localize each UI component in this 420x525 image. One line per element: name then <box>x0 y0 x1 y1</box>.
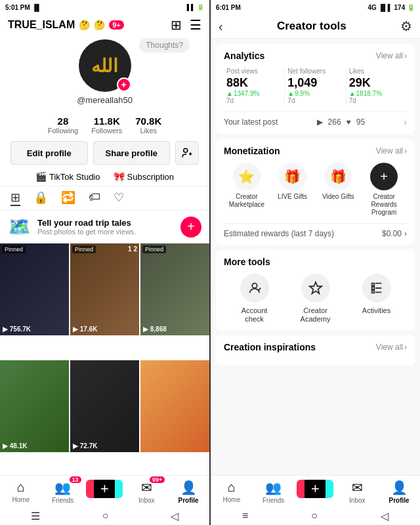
sys-home[interactable]: ○ <box>102 510 109 522</box>
estimated-rewards[interactable]: Estimated rewards (last 7 days) $0.00 › <box>224 223 407 238</box>
grid-tab[interactable]: ⊞ <box>10 190 20 206</box>
video-thumb-3[interactable]: Pinned ▶ 8,868 <box>140 243 209 335</box>
account-check-tool[interactable]: Accountcheck <box>224 274 285 324</box>
right-add-button[interactable]: + <box>301 480 329 498</box>
nav-profile[interactable]: 👤 Profile <box>167 480 209 504</box>
right-sys-home[interactable]: ○ <box>311 510 318 522</box>
analytics-view-all[interactable]: View all › <box>376 51 407 60</box>
studio-row: 🎬 TikTok Studio 🎀 Subscription <box>0 169 209 186</box>
right-inbox-icon: ✉ <box>352 480 363 495</box>
latest-post[interactable]: Your latest post ▶ 266 ♥ 95 › <box>224 111 407 127</box>
right-sys-back[interactable]: ◁ <box>381 510 388 522</box>
nav-inbox[interactable]: ✉ Inbox 99+ <box>125 480 167 504</box>
monetization-view-all[interactable]: View all › <box>376 146 407 156</box>
video-thumb-4[interactable]: ▶ 48.1K <box>0 360 69 452</box>
add-post-button[interactable]: + <box>90 480 119 498</box>
likes-stat[interactable]: 70.8K Likes <box>135 116 161 135</box>
live-gifts-icon: 🎁 <box>279 163 306 190</box>
add-friend-button[interactable] <box>175 141 199 165</box>
reward-amount: $0.00 › <box>382 229 407 238</box>
edit-profile-button[interactable]: Edit profile <box>10 141 88 165</box>
subscription-link[interactable]: 🎀 Subscription <box>114 171 175 182</box>
left-status-bar: 5:01 PM ▐▌ ▌▌ 🔋 <box>0 0 209 14</box>
monetization-header: Monetization View all › <box>224 146 407 156</box>
right-sys-menu[interactable]: ≡ <box>242 510 248 522</box>
settings-icon[interactable]: ⚙ <box>400 18 412 34</box>
lock-tab[interactable]: 🔒 <box>33 190 48 206</box>
creator-academy-icon <box>301 274 330 303</box>
followers-label: Followers <box>91 127 122 135</box>
following-stat[interactable]: 28 Following <box>48 116 78 135</box>
avatar-plus-button[interactable]: + <box>117 77 131 92</box>
action-buttons: Edit profile Share profile <box>0 137 209 169</box>
account-check-label: Accountcheck <box>242 306 268 324</box>
sys-back[interactable]: ◁ <box>171 510 178 522</box>
video-thumb-6[interactable] <box>140 360 209 452</box>
more-tools-section: More tools Accountcheck CreatorAca <box>216 250 415 330</box>
right-friends-label: Friends <box>262 497 284 504</box>
analytics-header: Analytics View all › <box>224 51 407 61</box>
video-gifts-label: Video Gifts <box>322 193 354 201</box>
right-inbox-label: Inbox <box>349 497 365 504</box>
video-thumb-2[interactable]: Pinned 1 2 ▶ 17.6K <box>70 243 139 335</box>
video-count-3: ▶ 8,868 <box>143 326 167 333</box>
creator-marketplace-item[interactable]: ⭐ CreatorMarketplace <box>224 163 270 217</box>
creation-title: Creation inspirations <box>224 342 316 352</box>
play-count: 266 <box>328 117 341 127</box>
sys-menu[interactable]: ☰ <box>31 510 40 522</box>
share-profile-button[interactable]: Share profile <box>93 141 171 165</box>
suggestion-close[interactable]: + <box>180 217 201 238</box>
tiktok-studio-link[interactable]: 🎬 TikTok Studio <box>35 171 100 182</box>
right-nav-add[interactable]: + <box>295 480 337 504</box>
following-count: 28 <box>48 116 78 127</box>
thoughts-bubble[interactable]: Thoughts? <box>139 38 190 52</box>
nav-add[interactable]: + <box>84 480 126 504</box>
right-friends-icon: 👥 <box>265 480 282 495</box>
post-views-period: 7d <box>226 97 279 104</box>
heart-tab[interactable]: ♡ <box>114 190 124 206</box>
icon-tabs: ⊞ 🔒 🔁 🏷 ♡ <box>0 186 209 211</box>
right-home-icon: ⌂ <box>228 480 236 495</box>
video-gifts-icon: 🎁 <box>324 163 352 190</box>
right-nav-friends[interactable]: 👥 Friends <box>253 480 295 504</box>
pinned-badge-3: Pinned <box>142 245 166 253</box>
back-button[interactable]: ‹ <box>219 19 223 34</box>
suggestion-icon: 🗺️ <box>8 216 31 238</box>
video-count-1: ▶ 756.7K <box>3 326 31 333</box>
nav-home[interactable]: ⌂ Home <box>0 480 42 504</box>
right-nav-home[interactable]: ⌂ Home <box>211 480 253 504</box>
post-views-stat: Post views 88K ▲1347.9% 7d <box>224 68 285 104</box>
creator-rewards-item[interactable]: + CreatorRewardsProgram <box>361 163 407 217</box>
monetization-title: Monetization <box>224 146 280 156</box>
suggestion-banner: 🗺️ Tell your road trip tales Post photos… <box>0 211 209 243</box>
right-nav-inbox[interactable]: ✉ Inbox <box>336 480 378 504</box>
add-post-icon: + <box>100 480 109 497</box>
video-thumb-1[interactable]: Pinned ▶ 756.7K <box>0 243 69 335</box>
tag-tab[interactable]: 🏷 <box>89 190 100 206</box>
nav-friends[interactable]: 👥 Friends 13 <box>42 480 84 504</box>
creator-academy-tool[interactable]: CreatorAcademy <box>285 274 346 324</box>
menu-icon[interactable]: ☰ <box>190 17 201 33</box>
estimated-rewards-label: Estimated rewards (last 7 days) <box>224 229 334 238</box>
creation-header: Creation inspirations View all › <box>224 342 407 352</box>
suggestion-subtitle: Post photos to get more views. <box>37 228 174 236</box>
post-views-change: ▲1347.9% <box>226 90 279 97</box>
creator-academy-label: CreatorAcademy <box>301 306 331 324</box>
video-count-4: ▶ 48.1K <box>3 442 27 450</box>
repost-tab[interactable]: 🔁 <box>61 190 75 206</box>
left-top-nav: TRUE_ISLAM 🤔 🤔 9+ ⊞ ☰ <box>0 14 209 35</box>
left-sys-nav: ☰ ○ ◁ <box>0 507 209 525</box>
creation-view-all[interactable]: View all › <box>376 343 407 352</box>
analytics-likes-change: ▲1818.7% <box>349 90 402 97</box>
video-thumb-5[interactable]: ▶ 72.7K <box>70 360 139 452</box>
video-gifts-item[interactable]: 🎁 Video Gifts <box>316 163 362 217</box>
username-text: TRUE_ISLAM <box>8 19 75 31</box>
live-gifts-item[interactable]: 🎁 LIVE Gifts <box>270 163 316 217</box>
analytics-title: Analytics <box>224 51 264 61</box>
followers-stat[interactable]: 11.8K Followers <box>91 116 122 135</box>
bookmark-icon[interactable]: ⊞ <box>171 17 182 33</box>
right-nav-profile[interactable]: 👤 Profile <box>378 480 420 504</box>
activities-tool[interactable]: Activities <box>346 274 407 324</box>
pinned-badge-2: Pinned <box>72 245 96 253</box>
svg-marker-4 <box>309 282 321 293</box>
